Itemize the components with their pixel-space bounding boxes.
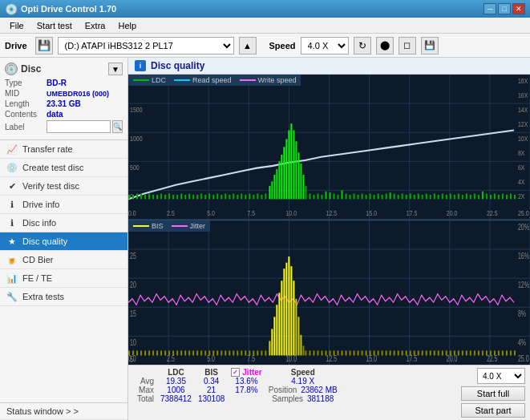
close-button[interactable]: ✕	[512, 3, 525, 14]
legend-jitter-label: Jitter	[190, 222, 206, 230]
max-bis: 21	[195, 386, 228, 394]
svg-rect-120	[414, 195, 415, 200]
nav-extra-tests[interactable]: 🔧 Extra tests	[0, 288, 127, 306]
svg-rect-80	[273, 175, 275, 200]
svg-rect-255	[382, 350, 383, 355]
refresh-button[interactable]: ↻	[354, 37, 371, 55]
drive-select[interactable]: (D:) ATAPI iHBS312 2 PL17	[58, 37, 234, 55]
svg-rect-186	[128, 350, 130, 355]
svg-rect-242	[330, 350, 331, 355]
svg-text:2.5: 2.5	[167, 208, 175, 217]
start-part-button[interactable]: Start part	[461, 403, 525, 418]
avg-ldc: 19.35	[157, 377, 195, 386]
svg-rect-96	[317, 194, 318, 200]
svg-rect-139	[490, 195, 492, 200]
svg-rect-83	[281, 155, 282, 200]
minimize-button[interactable]: ─	[483, 3, 496, 14]
svg-rect-232	[295, 298, 297, 355]
svg-rect-108	[366, 195, 367, 200]
svg-rect-220	[265, 350, 266, 355]
nav-cd-bier[interactable]: 🍺 CD Bier	[0, 251, 127, 269]
svg-rect-244	[338, 350, 339, 355]
svg-text:20.0: 20.0	[447, 353, 458, 363]
svg-rect-263	[414, 350, 415, 355]
svg-rect-272	[450, 350, 451, 355]
svg-rect-213	[237, 350, 238, 355]
svg-rect-51	[160, 194, 162, 200]
nav-fe-te[interactable]: 📊 FE / TE	[0, 269, 127, 288]
svg-rect-281	[486, 350, 488, 355]
svg-rect-132	[462, 195, 463, 200]
svg-rect-197	[172, 350, 174, 355]
menu-extra[interactable]: Extra	[79, 20, 112, 31]
svg-rect-279	[478, 350, 479, 355]
svg-rect-123	[426, 194, 427, 200]
eject-button[interactable]: ▲	[239, 37, 257, 55]
svg-rect-195	[164, 350, 166, 355]
menu-file[interactable]: File	[3, 20, 30, 31]
transfer-rate-icon: 📈	[6, 143, 18, 155]
legend-jitter: Jitter	[172, 222, 206, 230]
legend-ldc: LDC	[133, 76, 166, 84]
create-test-disc-icon: 💿	[6, 162, 18, 173]
nav-verify-test-disc[interactable]: ✔ Verify test disc	[0, 177, 127, 196]
svg-rect-215	[245, 350, 246, 355]
speed-select-top[interactable]: 4.0 X	[301, 37, 349, 55]
svg-rect-204	[200, 350, 202, 355]
legend-bis: BIS	[133, 222, 164, 230]
svg-text:17.5: 17.5	[407, 208, 418, 217]
title-bar-left: 💿 Opti Drive Control 1.70	[5, 3, 116, 15]
svg-rect-75	[257, 194, 258, 200]
disc-options-button[interactable]: ▼	[108, 63, 123, 75]
total-bis: 130108	[195, 394, 228, 403]
disc-length-label: Length	[5, 99, 47, 108]
disc-label-icon-btn[interactable]: 🔍	[112, 120, 123, 133]
svg-rect-284	[498, 350, 500, 355]
svg-text:5.0: 5.0	[207, 208, 215, 217]
save-button[interactable]: 💾	[421, 37, 439, 55]
sidebar: 💿 Disc ▼ Type BD-R MID UMEBDR016 (000) L…	[0, 58, 128, 420]
svg-rect-66	[220, 195, 222, 200]
svg-text:15.0: 15.0	[366, 353, 378, 363]
total-ldc: 7388412	[157, 394, 195, 403]
samples-value: 381188	[307, 394, 334, 403]
svg-rect-89	[295, 141, 297, 199]
svg-rect-287	[510, 350, 512, 355]
svg-rect-226	[281, 281, 282, 355]
svg-rect-137	[482, 192, 483, 200]
svg-rect-112	[382, 195, 383, 200]
svg-rect-203	[196, 350, 198, 355]
jitter-checkbox[interactable]: ✓	[231, 368, 240, 377]
legend-ldc-label: LDC	[152, 76, 166, 84]
nav-disc-info[interactable]: ℹ Disc info	[0, 214, 127, 232]
svg-rect-84	[283, 147, 285, 199]
disc-mid-row: MID UMEBDR016 (000)	[5, 89, 123, 98]
svg-text:15: 15	[130, 309, 136, 318]
svg-rect-262	[410, 350, 411, 355]
disc-label-input[interactable]	[47, 120, 111, 133]
maximize-button[interactable]: □	[498, 3, 511, 14]
erase-button[interactable]: ◻	[399, 37, 416, 55]
legend-read-speed-label: Read speed	[192, 76, 232, 84]
legend-bis-color	[133, 225, 149, 227]
speed-select-bottom[interactable]: 4.0 X	[477, 368, 525, 384]
nav-disc-quality[interactable]: ★ Disc quality	[0, 232, 127, 251]
status-window-button[interactable]: Status window > >	[0, 403, 127, 420]
svg-rect-97	[321, 195, 322, 200]
samples-label: Samples	[272, 394, 303, 403]
sidebar-bottom: Status window > >	[0, 402, 127, 420]
nav-drive-info[interactable]: ℹ Drive info	[0, 196, 127, 214]
menu-help[interactable]: Help	[111, 20, 143, 31]
burn-button[interactable]: ⬤	[376, 37, 394, 55]
menu-start-test[interactable]: Start test	[30, 20, 79, 31]
svg-rect-86	[288, 130, 289, 199]
nav-transfer-rate[interactable]: 📈 Transfer rate	[0, 140, 127, 159]
nav-create-test-disc[interactable]: 💿 Create test disc	[0, 159, 127, 177]
stats-area: LDC BIS ✓ Jitter Speed Avg	[128, 365, 530, 420]
svg-rect-106	[358, 195, 359, 200]
svg-rect-115	[394, 194, 395, 200]
disc-type-value: BD-R	[47, 79, 67, 87]
start-full-button[interactable]: Start full	[461, 386, 525, 401]
svg-rect-273	[454, 350, 455, 355]
svg-rect-94	[309, 194, 310, 200]
